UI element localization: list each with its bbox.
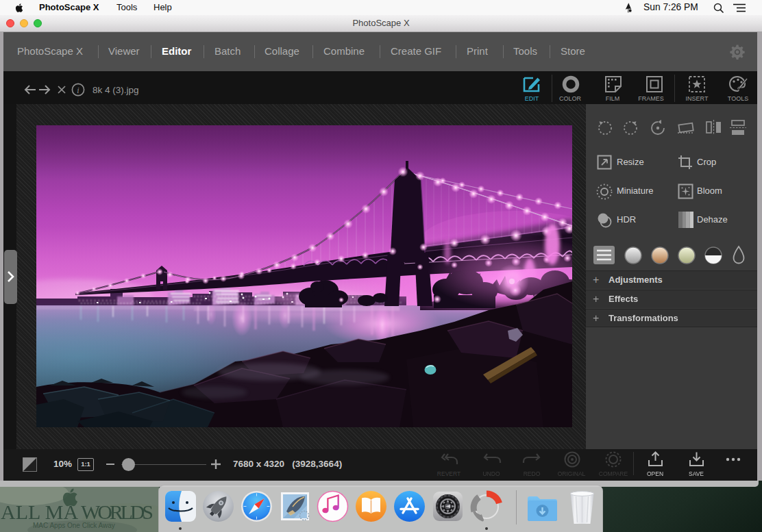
svg-text:WORLDS: WORLDS [81,501,153,523]
svg-text:MAC Apps One Click Away: MAC Apps One Click Away [33,522,115,529]
svg-text:i: i [77,86,79,95]
